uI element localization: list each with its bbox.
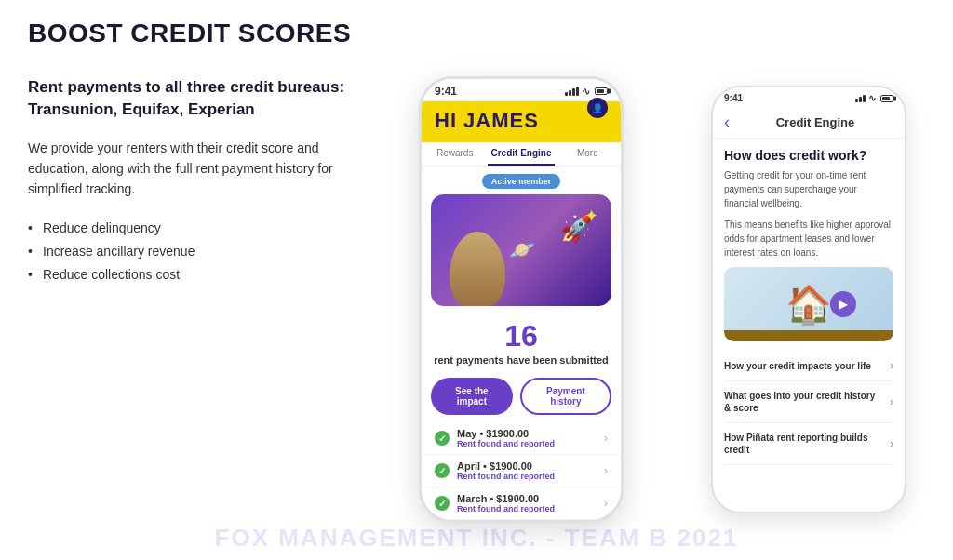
- status-icons-right: ∿: [855, 93, 893, 103]
- credit-desc-2: This means benefits like higher approval…: [724, 218, 893, 260]
- phone-buttons: See the impact Payment history: [422, 370, 621, 422]
- chevron-right-icon: ›: [604, 497, 608, 510]
- check-icon: ✓: [435, 463, 450, 478]
- payment-info: April • $1900.00 Rent found and reported: [457, 460, 555, 481]
- main-container: BOOST CREDIT SCORES Rent payments to all…: [0, 0, 953, 560]
- credit-section-title: How does credit work?: [724, 148, 893, 163]
- payment-left: ✓ April • $1900.00 Rent found and report…: [435, 460, 555, 481]
- time-left: 9:41: [435, 85, 457, 98]
- status-bar-left: 9:41 ∿: [422, 79, 621, 101]
- phone-left: 9:41 ∿ HI JAMES: [419, 76, 624, 523]
- payment-row-march: ✓ March • $1900.00 Rent found and report…: [422, 487, 621, 520]
- greeting-text: HI JAMES: [435, 109, 539, 133]
- payment-row-may: ✓ May • $1900.00 Rent found and reported…: [422, 422, 621, 455]
- payment-sub: Rent found and reported: [457, 439, 555, 448]
- payment-left: ✓ May • $1900.00 Rent found and reported: [435, 428, 555, 448]
- ground-bar: [724, 330, 893, 341]
- header-title-right: Credit Engine: [737, 115, 893, 129]
- saturn-icon: 🪐: [509, 238, 534, 262]
- payment-main: March • $1900.00: [457, 493, 555, 504]
- check-icon: ✓: [435, 431, 450, 446]
- faq-row-2[interactable]: What goes into your credit history & sco…: [724, 381, 893, 423]
- active-member-badge: Active member: [482, 174, 561, 189]
- house-icon: 🏠: [785, 283, 832, 327]
- payment-info: March • $1900.00 Rent found and reported: [457, 493, 555, 513]
- chevron-right-icon: ›: [890, 395, 893, 408]
- count-area: 16 rent payments have been submitted: [422, 312, 621, 370]
- wifi-icon: ∿: [868, 93, 876, 103]
- payment-sub: Rent found and reported: [457, 472, 555, 481]
- status-bar-right: 9:41 ∿: [713, 87, 905, 107]
- house-image: 🏠 ▶: [724, 267, 893, 341]
- faq-text-3: How Piñata rent reporting builds credit: [724, 432, 890, 456]
- payment-main: April • $1900.00: [457, 460, 555, 472]
- signal-icon: [855, 95, 866, 102]
- payment-history-button[interactable]: Payment history: [520, 378, 611, 415]
- see-impact-button[interactable]: See the impact: [431, 378, 513, 415]
- payment-sub: Rent found and reported: [457, 504, 555, 513]
- time-right: 9:41: [724, 93, 743, 103]
- wifi-icon: ∿: [582, 86, 590, 98]
- chevron-right-icon: ›: [604, 464, 608, 477]
- phone-nav: Rewards Credit Engine More: [422, 142, 621, 167]
- left-panel: Rent payments to all three credit bureau…: [28, 67, 363, 541]
- subtitle: Rent payments to all three credit bureau…: [28, 76, 363, 121]
- faq-row-3[interactable]: How Piñata rent reporting builds credit …: [724, 423, 893, 465]
- faq-text-1: How your credit impacts your life: [724, 360, 890, 372]
- hero-person: [450, 232, 505, 306]
- payment-main: May • $1900.00: [457, 428, 555, 439]
- battery-icon: [595, 87, 608, 95]
- payment-info: May • $1900.00 Rent found and reported: [457, 428, 555, 448]
- chevron-right-icon: ›: [604, 432, 608, 445]
- nav-credit-engine[interactable]: Credit Engine: [488, 142, 554, 166]
- user-avatar-icon: 👤: [587, 98, 608, 118]
- play-button[interactable]: ▶: [830, 291, 856, 317]
- status-icons-left: ∿: [565, 86, 608, 98]
- payment-row-april: ✓ April • $1900.00 Rent found and report…: [422, 455, 621, 487]
- count-number: 16: [431, 319, 611, 353]
- stars-icon: ✦: [584, 206, 598, 226]
- nav-more[interactable]: More: [555, 142, 621, 166]
- faq-row-1[interactable]: How your credit impacts your life ›: [724, 351, 893, 381]
- phone-right-content: How does credit work? Getting credit for…: [713, 139, 905, 512]
- list-item: Reduce delinquency: [28, 217, 363, 240]
- check-icon: ✓: [435, 496, 450, 511]
- phone-right-header: ‹ Credit Engine: [713, 107, 905, 139]
- description: We provide your renters with their credi…: [28, 138, 363, 200]
- bullet-list: Reduce delinquency Increase ancillary re…: [28, 217, 363, 287]
- chevron-right-icon: ›: [890, 437, 893, 450]
- phone-right: 9:41 ∿ ‹ Credit Engine: [711, 86, 906, 513]
- content-area: Rent payments to all three credit bureau…: [28, 67, 925, 541]
- chevron-right-icon: ›: [890, 359, 893, 372]
- phone-header-yellow: HI JAMES 👤: [422, 101, 621, 142]
- count-label: rent payments have been submitted: [431, 353, 611, 367]
- payment-left: ✓ March • $1900.00 Rent found and report…: [435, 493, 555, 513]
- hero-image-area: 🪐 🚀 ✦: [431, 194, 611, 306]
- page-title: BOOST CREDIT SCORES: [28, 19, 925, 48]
- back-button[interactable]: ‹: [724, 113, 730, 132]
- signal-icon: [565, 87, 579, 96]
- credit-desc-1: Getting credit for your on-time rent pay…: [724, 168, 893, 210]
- faq-text-2: What goes into your credit history & sco…: [724, 390, 890, 414]
- list-item: Increase ancillary revenue: [28, 240, 363, 263]
- nav-rewards[interactable]: Rewards: [422, 142, 488, 166]
- phones-area: 9:41 ∿ HI JAMES: [382, 67, 925, 541]
- list-item: Reduce collections cost: [28, 263, 363, 287]
- battery-icon: [880, 95, 893, 102]
